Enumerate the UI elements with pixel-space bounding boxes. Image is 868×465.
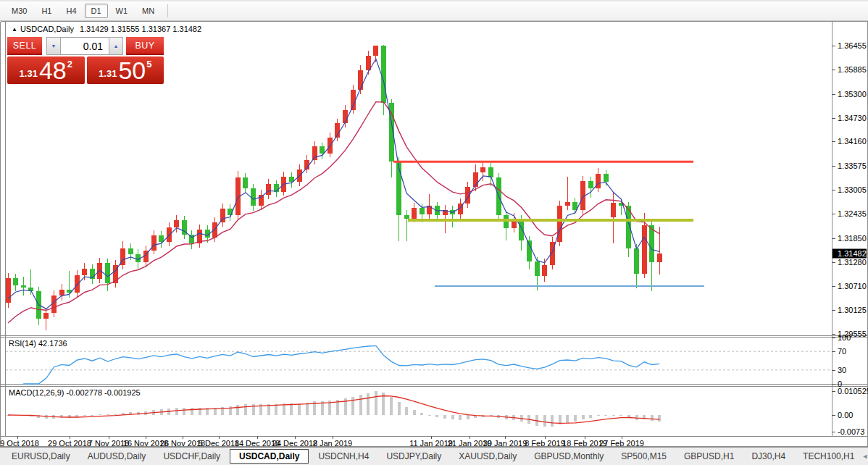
svg-text:1.30710: 1.30710 <box>838 282 867 290</box>
svg-text:1.36455: 1.36455 <box>838 41 867 50</box>
macd-label: MACD(12,26,9) -0.002778 -0.001925 <box>9 388 141 397</box>
symbol-tab-eurusd[interactable]: EURUSD,Daily <box>4 449 78 464</box>
svg-text:1.35885: 1.35885 <box>838 65 867 74</box>
symbol-tab-usdjpy[interactable]: USDJPY,Daily <box>379 449 448 464</box>
chart-ohlc-values: 1.31429 1.31555 1.31367 1.31482 <box>80 25 201 33</box>
trading-terminal-window: M30H1H4D1W1MN 1.364551.358851.353001.347… <box>0 0 868 465</box>
buy-price-pip: 5 <box>146 59 151 70</box>
chevron-up-icon: ▲ <box>114 43 119 49</box>
buy-price-big: 50 <box>118 59 146 82</box>
buy-button[interactable]: BUY <box>126 37 164 55</box>
svg-text:1.31280: 1.31280 <box>838 258 867 267</box>
sell-price-pip: 2 <box>67 59 72 70</box>
symbol-tab-gbpusd[interactable]: GBPUSD,Monthly <box>527 449 611 464</box>
svg-text:29 Oct 2018: 29 Oct 2018 <box>48 439 91 447</box>
timeframe-button-mn[interactable]: MN <box>135 4 161 18</box>
svg-text:-0.0073: -0.0073 <box>838 427 864 436</box>
timeframe-button-w1[interactable]: W1 <box>109 4 135 18</box>
chart-window: 1.364551.358851.353001.347301.341601.335… <box>0 21 868 447</box>
svg-text:1.32435: 1.32435 <box>838 209 867 218</box>
sell-price-big: 48 <box>39 59 67 82</box>
rsi-label: RSI(14) 42.1736 <box>9 339 67 348</box>
svg-text:1.30125: 1.30125 <box>838 306 867 314</box>
svg-text:1.33575: 1.33575 <box>838 162 867 170</box>
svg-text:30: 30 <box>838 366 846 374</box>
symbol-tab-gbpusd[interactable]: GBPUSD,H1 <box>677 449 741 464</box>
chart-symbol-label: USDCAD,Daily <box>20 25 74 33</box>
timeframe-toolbar: M30H1H4D1W1MN <box>0 0 868 21</box>
one-click-trade-panel: SELL ▼ ▲ BUY 1.31 48 2 1.31 50 5 <box>7 37 164 84</box>
svg-text:24 Dec 2018: 24 Dec 2018 <box>272 439 317 447</box>
symbol-tab-sp500[interactable]: SP500,M15 <box>614 449 674 464</box>
sell-price-prefix: 1.31 <box>20 68 38 79</box>
timeframe-button-m30[interactable]: M30 <box>5 4 33 18</box>
timeframe-button-h4[interactable]: H4 <box>59 4 83 18</box>
svg-text:30 Jan 2019: 30 Jan 2019 <box>483 439 527 447</box>
toolbar-divider <box>167 4 168 17</box>
svg-text:19 Oct 2018: 19 Oct 2018 <box>0 439 39 447</box>
chevron-down-icon: ▼ <box>51 43 57 49</box>
chart-canvas[interactable]: 1.364551.358851.353001.347301.341601.335… <box>0 21 868 447</box>
volume-input[interactable] <box>61 37 109 55</box>
svg-text:0.00: 0.00 <box>838 411 853 419</box>
svg-text:1.31482: 1.31482 <box>838 249 867 258</box>
svg-text:70: 70 <box>838 347 846 356</box>
symbol-tab-usdcnh[interactable]: USDCNH,H4 <box>311 449 376 464</box>
sell-price-box[interactable]: 1.31 48 2 <box>7 56 85 84</box>
volume-increase-button[interactable]: ▲ <box>109 37 123 55</box>
svg-text:1.31850: 1.31850 <box>838 234 867 243</box>
symbol-tab-dj30[interactable]: DJ30,H4 <box>744 449 793 464</box>
timeframe-button-h1[interactable]: H1 <box>35 4 58 18</box>
symbol-tab-usdcad[interactable]: USDCAD,Daily <box>230 449 309 464</box>
svg-text:0.010525: 0.010525 <box>838 387 868 395</box>
timeframe-button-d1[interactable]: D1 <box>85 4 108 18</box>
volume-decrease-button[interactable]: ▼ <box>46 37 61 55</box>
svg-text:5 Dec 2018: 5 Dec 2018 <box>199 439 239 447</box>
buy-price-box[interactable]: 1.31 50 5 <box>87 56 164 84</box>
svg-text:1.34160: 1.34160 <box>838 137 867 146</box>
symbol-tab-audusd[interactable]: AUDUSD,Daily <box>80 449 154 464</box>
symbol-tab-usdchf[interactable]: USDCHF,Daily <box>156 449 228 464</box>
svg-text:1.35300: 1.35300 <box>838 90 867 99</box>
symbol-tab-xauusd[interactable]: XAUUSD,Daily <box>451 449 524 464</box>
symbol-tab-bar: EURUSD,DailyAUDUSD,DailyUSDCHF,DailyUSDC… <box>0 447 868 465</box>
svg-text:11 Jan 2019: 11 Jan 2019 <box>409 439 453 447</box>
svg-text:27 Feb 2019: 27 Feb 2019 <box>599 439 644 447</box>
tab-scroll-left-icon[interactable]: ◄ <box>861 453 868 460</box>
svg-text:1.33005: 1.33005 <box>838 185 867 194</box>
buy-price-prefix: 1.31 <box>99 68 117 79</box>
symbol-tab-tech100[interactable]: TECH100,H1 <box>796 449 861 464</box>
svg-text:1.34730: 1.34730 <box>838 114 867 122</box>
collapse-triangle-icon[interactable]: ▲ <box>12 26 17 33</box>
sell-button[interactable]: SELL <box>7 37 42 55</box>
svg-text:8 Feb 2019: 8 Feb 2019 <box>525 439 565 447</box>
svg-text:100: 100 <box>838 333 851 342</box>
svg-text:2 Jan 2019: 2 Jan 2019 <box>313 439 352 447</box>
chart-title: ▲USDCAD,Daily1.31429 1.31555 1.31367 1.3… <box>12 25 201 33</box>
